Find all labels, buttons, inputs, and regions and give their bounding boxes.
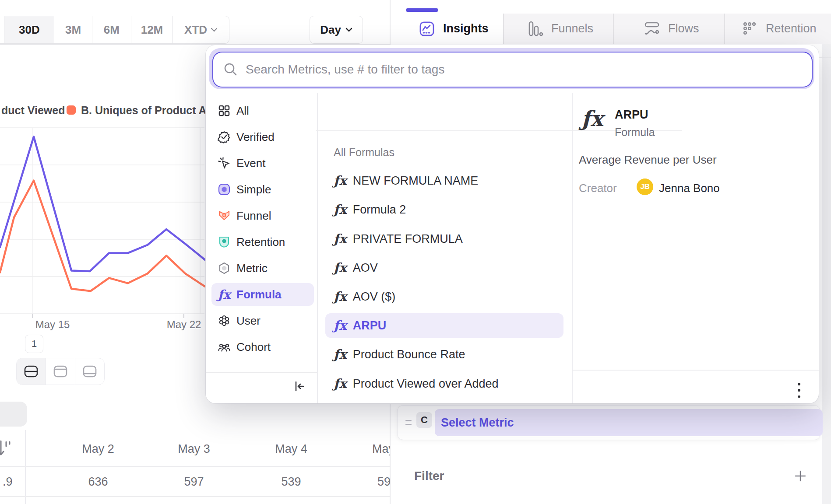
pagination-page-button[interactable]: 1	[25, 335, 43, 353]
active-tab-indicator	[406, 8, 438, 12]
formula-item[interactable]: ƒx PRIVATE FORMULA	[325, 227, 563, 251]
fx-icon: ƒx	[334, 231, 347, 246]
formula-item[interactable]: ƒx AOV ($)	[325, 284, 563, 309]
date-range-3m[interactable]: 3M	[54, 16, 92, 43]
page-number: 1	[32, 338, 37, 350]
tab-funnels[interactable]: Funnels	[528, 14, 593, 44]
date-range-label: 3M	[65, 23, 81, 37]
table-row-divider	[0, 496, 390, 497]
tab-label: Flows	[668, 22, 699, 35]
date-range-partial[interactable]	[0, 16, 4, 43]
formula-item[interactable]: ƒx Product Viewed over Added	[325, 371, 563, 396]
formula-item-selected[interactable]: ƒx ARPU	[325, 313, 563, 338]
drag-handle-icon[interactable]	[405, 420, 412, 421]
category-label: Metric	[236, 262, 268, 275]
category-verified[interactable]: Verified	[211, 126, 314, 148]
layout-top-bar-button[interactable]	[46, 358, 75, 385]
date-range-label: 12M	[141, 23, 163, 37]
tab-label: Insights	[443, 22, 489, 35]
granularity-dropdown[interactable]: Day	[310, 16, 363, 44]
category-cohort[interactable]: Cohort	[211, 336, 314, 358]
fx-icon: ƒx	[334, 202, 347, 217]
detail-divider	[572, 93, 573, 403]
creator-name: Jenna Bono	[659, 182, 720, 195]
table-header-cell[interactable]: May	[372, 442, 390, 456]
category-label: Event	[236, 157, 266, 170]
select-metric-button[interactable]: Select Metric	[435, 409, 823, 436]
granularity-label: Day	[320, 23, 341, 37]
layout-bottom-bar-button[interactable]	[75, 358, 104, 385]
category-metric[interactable]: Metric	[211, 257, 314, 280]
category-label: Funnel	[236, 209, 271, 223]
sort-icon[interactable]	[0, 439, 16, 458]
funnel-bars-icon	[528, 21, 543, 37]
cohort-people-icon	[217, 340, 231, 354]
legend-series-b-label[interactable]: B. Uniques of Product Add	[81, 104, 220, 117]
category-label: User	[236, 314, 261, 328]
fx-icon: ƒx	[334, 318, 347, 333]
date-range-12m[interactable]: 12M	[131, 16, 173, 43]
formula-item[interactable]: ƒx AOV	[325, 256, 563, 280]
category-simple[interactable]: Simple	[211, 178, 314, 201]
event-cursor-icon	[217, 156, 231, 170]
category-label: Cohort	[236, 340, 271, 354]
search-input[interactable]	[239, 52, 812, 87]
fx-icon-large: ƒx	[581, 106, 603, 131]
legend-series-a-label[interactable]: duct Viewed	[1, 104, 65, 117]
category-funnel[interactable]: Funnel	[211, 204, 314, 227]
tab-divider	[503, 14, 504, 44]
clipped-pill	[0, 402, 27, 427]
date-range-label: XTD	[184, 23, 207, 37]
date-range-6m[interactable]: 6M	[92, 16, 131, 43]
formula-name: Product Viewed over Added	[353, 377, 499, 391]
add-filter-button[interactable]	[793, 469, 807, 483]
tab-flows[interactable]: Flows	[644, 14, 699, 44]
grid-icon	[217, 104, 231, 118]
tab-insights[interactable]: Insights	[419, 14, 489, 44]
avatar-initials: JB	[640, 182, 650, 191]
funnel-ribbon-icon	[217, 209, 231, 223]
date-range-30d[interactable]: 30D	[4, 16, 54, 43]
legend-series-b-swatch	[67, 105, 76, 115]
more-options-button[interactable]	[792, 380, 806, 400]
category-retention[interactable]: Retention	[211, 231, 314, 253]
select-metric-label: Select Metric	[441, 416, 514, 430]
formula-name: NEW FORMULA NAME	[353, 174, 479, 188]
date-range-segmented-control: 30D 3M 6M 12M XTD	[0, 16, 229, 44]
tab-retention[interactable]: Retention	[742, 14, 817, 44]
category-label: Formula	[236, 288, 282, 301]
metric-hexagon-icon	[217, 261, 231, 275]
formula-name: Formula 2	[353, 203, 406, 217]
collapse-sidebar-icon[interactable]	[293, 380, 306, 393]
creator-label: Creator	[579, 182, 617, 195]
formula-item[interactable]: ƒx Product Bounce Rate	[325, 342, 563, 367]
sidebar-footer-divider	[206, 372, 317, 373]
category-user[interactable]: User	[211, 309, 314, 332]
scroll-gutter	[822, 44, 831, 504]
top-bar-icon	[53, 365, 68, 378]
retention-dots-icon	[742, 21, 758, 37]
retention-arch-icon	[217, 235, 231, 249]
dot-icon	[798, 389, 800, 392]
layout-split-rows-button[interactable]	[17, 358, 46, 385]
formula-item[interactable]: ƒx NEW FORMULA NAME	[325, 168, 563, 193]
sidebar-divider	[317, 93, 318, 403]
table-value-cell: 539	[261, 475, 322, 489]
category-formula[interactable]: ƒx Formula	[211, 283, 314, 306]
date-range-xtd[interactable]: XTD	[173, 16, 229, 43]
table-header-cell[interactable]: May 3	[163, 442, 225, 456]
formula-item[interactable]: ƒx Formula 2	[325, 197, 563, 222]
category-event[interactable]: Event	[211, 152, 314, 175]
split-rows-icon	[24, 365, 39, 378]
table-value-cell: 597	[163, 475, 225, 489]
x-axis-tick-label: May 15	[26, 318, 79, 331]
fx-icon: ƒx	[334, 289, 347, 304]
table-header-cell[interactable]: May 4	[261, 442, 322, 456]
table-header-cell[interactable]: May 2	[67, 442, 129, 456]
x-axis-tick-label: May 22	[158, 318, 210, 331]
drag-handle-icon[interactable]	[405, 424, 412, 425]
filter-section-label: Filter	[414, 469, 444, 483]
category-all[interactable]: All	[211, 99, 314, 122]
creator-avatar: JB	[637, 178, 653, 195]
user-flower-icon	[217, 314, 231, 328]
